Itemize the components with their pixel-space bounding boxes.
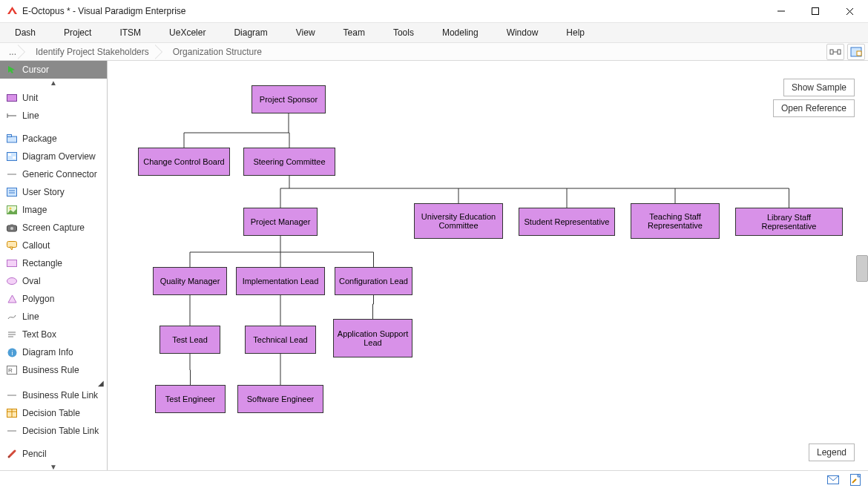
palette-item-text-box[interactable]: Text Box [0, 326, 107, 343]
svg-point-31 [7, 278, 17, 285]
org-node-tsr[interactable]: Teaching Staff Representative [631, 203, 720, 239]
palette-item-package[interactable]: Package [0, 130, 107, 148]
Decision Table-icon [6, 408, 18, 418]
vertical-scrollbar-thumb[interactable] [856, 255, 868, 282]
org-node-cl[interactable]: Configuration Lead [335, 267, 412, 295]
palette-item-business-rule[interactable]: RBusiness Rule [0, 361, 107, 379]
menu-item-dash[interactable]: Dash [6, 24, 50, 41]
org-node-ccb[interactable]: Change Control Board [138, 148, 230, 176]
palette-item-image[interactable]: Image [0, 201, 107, 219]
palette-item-label: Screen Capture [22, 222, 85, 233]
palette-item-label: Cursor [22, 65, 49, 75]
menu-item-diagram[interactable]: Diagram [220, 24, 281, 41]
svg-point-27 [10, 227, 13, 230]
palette-item-callout[interactable]: Callout [0, 237, 107, 254]
Decision Table Link-icon [6, 426, 18, 436]
org-node-lsr[interactable]: Library Staff Representative [735, 208, 843, 236]
org-node-se[interactable]: Software Engineer [237, 385, 323, 413]
palette-item-diagram-info[interactable]: iDiagram Info [0, 343, 107, 361]
org-node-steering[interactable]: Steering Committee [243, 148, 335, 176]
Polygon-icon [6, 294, 18, 304]
open-reference-button[interactable]: Open Reference [773, 99, 855, 117]
org-node-techl[interactable]: Technical Lead [245, 326, 316, 354]
menu-item-project[interactable]: Project [50, 24, 105, 41]
palette-item-user-story[interactable]: User Story [0, 183, 107, 201]
palette-item-oval[interactable]: Oval [0, 272, 107, 290]
palette-item-label: Business Rule [22, 365, 79, 375]
Package-icon [6, 133, 18, 144]
Callout-icon [6, 240, 18, 251]
svg-text:R: R [8, 367, 13, 374]
svg-rect-18 [13, 156, 16, 159]
palette-item-diagram-overview[interactable]: Diagram Overview [0, 148, 107, 165]
org-node-tl[interactable]: Test Lead [160, 326, 220, 354]
palette-item-label: Unit [22, 93, 38, 103]
svg-marker-32 [8, 295, 16, 303]
palette-item-label: Callout [22, 240, 50, 251]
menu-item-tools[interactable]: Tools [379, 24, 428, 41]
palette-item-unit[interactable]: Unit [0, 89, 107, 107]
svg-rect-6 [830, 50, 833, 54]
note-icon[interactable] [849, 473, 862, 487]
breadcrumb-item[interactable]: Organization Structure [160, 43, 272, 61]
svg-rect-30 [7, 260, 17, 267]
palette-item-label: Decision Table Link [22, 426, 99, 436]
palette-item-pencil[interactable]: Pencil [0, 445, 107, 463]
org-node-uec[interactable]: University Education Committee [414, 203, 503, 239]
palette-expand-toggle[interactable]: ▲ [0, 79, 107, 89]
diagram-canvas[interactable]: Show Sample Open Reference Legend Projec… [108, 61, 868, 470]
menu-item-uexceler[interactable]: UeXceler [155, 24, 220, 41]
toolbar-icon[interactable] [847, 44, 865, 60]
org-node-pm[interactable]: Project Manager [243, 208, 318, 236]
svg-rect-20 [7, 188, 17, 197]
palette-item-cursor[interactable]: Cursor [0, 61, 107, 79]
palette-item-label: Decision Table [22, 408, 80, 418]
palette-item-label: Generic Connector [22, 169, 97, 179]
palette-item-label: Diagram Info [22, 347, 73, 357]
window-minimize-button[interactable] [764, 0, 798, 23]
org-node-te[interactable]: Test Engineer [155, 385, 226, 413]
palette-item-decision-table-link[interactable]: Decision Table Link [0, 422, 107, 440]
menu-item-help[interactable]: Help [552, 24, 599, 41]
show-sample-button[interactable]: Show Sample [783, 79, 855, 96]
palette-item-business-rule-link[interactable]: Business Rule Link [0, 386, 107, 404]
Generic Connector-icon [6, 169, 18, 179]
palette-item-generic-connector[interactable]: Generic Connector [0, 165, 107, 183]
org-node-il[interactable]: Implementation Lead [236, 267, 325, 295]
svg-rect-3 [812, 8, 819, 15]
org-node-srep[interactable]: Student Representative [519, 208, 615, 236]
org-node-sponsor[interactable]: Project Sponsor [251, 85, 326, 113]
window-close-button[interactable] [832, 0, 867, 23]
palette-item-rectangle[interactable]: Rectangle [0, 254, 107, 272]
menu-item-team[interactable]: Team [329, 24, 379, 41]
mail-icon[interactable] [826, 473, 840, 487]
palette-item-screen-capture[interactable]: Screen Capture [0, 219, 107, 237]
svg-text:i: i [11, 349, 13, 357]
svg-rect-17 [8, 154, 11, 156]
toolbar-icon[interactable] [826, 44, 844, 60]
Line-icon [6, 111, 18, 121]
menu-item-view[interactable]: View [282, 24, 329, 41]
palette-item-line[interactable]: Line [0, 107, 107, 125]
menu-bar: DashProjectITSMUeXcelerDiagramViewTeamTo… [0, 23, 868, 43]
org-node-qm[interactable]: Quality Manager [153, 267, 227, 295]
palette-item-label: Line [22, 111, 39, 121]
palette-item-label: Diagram Overview [22, 151, 96, 162]
app-icon [6, 5, 18, 17]
breadcrumb-item[interactable]: Identify Project Stakeholders [22, 43, 160, 61]
palette-item-decision-table[interactable]: Decision Table [0, 404, 107, 422]
palette-item-label: Business Rule Link [22, 390, 98, 400]
svg-marker-11 [8, 66, 15, 73]
palette-expand-toggle[interactable]: ▼ [0, 463, 107, 470]
window-maximize-button[interactable] [798, 0, 832, 23]
menu-item-itsm[interactable]: ITSM [105, 24, 155, 41]
org-node-asl[interactable]: Application Support Lead [333, 319, 412, 357]
menu-item-window[interactable]: Window [493, 24, 553, 41]
legend-button[interactable]: Legend [809, 444, 855, 461]
palette-item-polygon[interactable]: Polygon [0, 290, 107, 308]
Oval-icon [6, 276, 18, 286]
menu-item-modeling[interactable]: Modeling [428, 24, 493, 41]
palette-item-line[interactable]: Line [0, 308, 107, 326]
window-title: E-Octopus * - Visual Paradigm Enterprise [18, 6, 186, 16]
Cursor-icon [6, 65, 18, 75]
